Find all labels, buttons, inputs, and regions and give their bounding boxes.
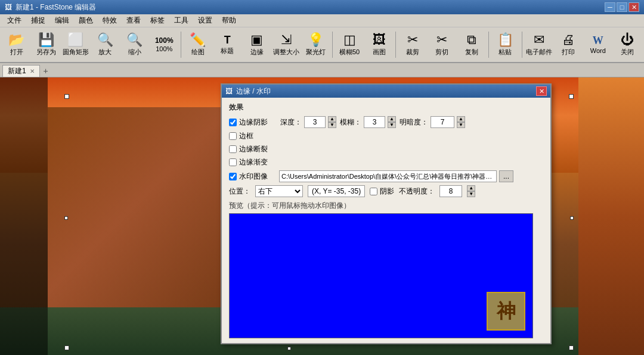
blur-down[interactable]: ▼	[388, 122, 396, 128]
close-label: 关闭	[621, 48, 634, 57]
toolbar-btn-paste[interactable]: 📋粘贴	[491, 29, 520, 60]
app-title: 新建1 - FastStone 编辑器	[16, 2, 96, 13]
edge-watermark-dialog: 🖼 边缘 / 水印 ✕ 效果 边缘阴影 深度： ▲ ▼	[221, 83, 552, 344]
position-select[interactable]: 右下 左上 正上 右上 左中 居中 右中 左下 正下	[255, 185, 303, 197]
blur50-label: 横糊50	[339, 48, 360, 57]
fade-label: 边缘渐变	[239, 157, 268, 167]
toolbar-btn-title[interactable]: T标题	[213, 29, 242, 60]
opacity-input[interactable]	[439, 185, 462, 197]
toolbar-separator-16	[488, 32, 489, 58]
darkness-input[interactable]	[431, 116, 454, 128]
crack-checkbox-group: 边缘断裂	[229, 144, 277, 154]
spotlight-icon: 💡	[308, 33, 324, 46]
maximize-button[interactable]: □	[617, 2, 627, 12]
fade-checkbox[interactable]	[229, 158, 237, 166]
menu-item-颜色[interactable]: 颜色	[74, 14, 98, 27]
draw-label: 绘图	[191, 48, 205, 57]
position-label: 位置：	[229, 186, 250, 197]
toolbar-separator-11	[332, 32, 333, 58]
preview-box[interactable]: 神	[229, 213, 533, 338]
depth-down[interactable]: ▼	[328, 122, 336, 128]
toolbar-separator-13	[395, 32, 396, 58]
watermark-path-input[interactable]	[279, 170, 497, 182]
effect-row-border: 边框	[229, 131, 543, 141]
toolbar-btn-saveas[interactable]: 💾另存为	[32, 29, 61, 60]
darkness-up[interactable]: ▲	[457, 116, 465, 122]
toolbar-btn-cut[interactable]: ✂剪切	[428, 29, 457, 60]
crop-label: 裁剪	[406, 48, 419, 57]
email-icon: ✉	[534, 33, 544, 46]
blur-up[interactable]: ▲	[388, 116, 396, 122]
minimize-button[interactable]: ─	[605, 2, 615, 12]
word-label: Word	[590, 47, 606, 54]
toolbar-btn-roundrect[interactable]: ⬜圆角矩形	[61, 29, 90, 60]
shadow-checkbox[interactable]	[229, 119, 237, 126]
depth-up[interactable]: ▲	[328, 116, 336, 122]
email-label: 电子邮件	[526, 48, 552, 57]
opacity-up[interactable]: ▲	[467, 185, 475, 191]
menu-item-编辑[interactable]: 编辑	[50, 14, 74, 27]
shadow-effect-checkbox[interactable]	[370, 188, 377, 195]
toolbar-btn-spotlight[interactable]: 💡聚光灯	[302, 29, 330, 60]
tab-close-button[interactable]: ✕	[30, 68, 35, 74]
toolbar-btn-crop[interactable]: ✂裁剪	[398, 29, 427, 60]
darkness-arrows: ▲ ▼	[457, 116, 465, 128]
title-label: 标题	[221, 46, 234, 55]
toolbar-btn-draw2[interactable]: 🖼画图	[365, 29, 394, 60]
shadow-check-label: 阴影	[380, 186, 394, 197]
toolbar-btn-copy[interactable]: ⧉复制	[457, 29, 486, 60]
zoomin-label: 放大	[98, 48, 112, 57]
toolbar-btn-close[interactable]: ⏻关闭	[614, 29, 642, 60]
corner-mark-bl	[64, 345, 69, 350]
menu-bar: 文件捕捉编辑颜色特效查看标签工具设置帮助	[0, 14, 644, 27]
title-icon: T	[224, 35, 231, 45]
menu-item-设置[interactable]: 设置	[193, 14, 217, 27]
toolbar-btn-draw[interactable]: ✏️绘图	[184, 29, 212, 60]
toolbar-btn-resize[interactable]: ⇲调整大小	[272, 29, 301, 60]
window-close-button[interactable]: ✕	[628, 2, 639, 12]
toolbar-separator-17	[522, 32, 522, 58]
toolbar-btn-blur50[interactable]: ◫横糊50	[335, 29, 364, 60]
watermark-preview[interactable]: 神	[487, 292, 525, 331]
tab-new1[interactable]: 新建1 ✕	[2, 65, 40, 77]
preview-area: 预览（提示：可用鼠标拖动水印图像） 神	[229, 201, 543, 338]
crack-label: 边缘断裂	[239, 144, 268, 154]
toolbar-btn-zoom100[interactable]: 100%100%	[150, 29, 179, 60]
dialog-close-button[interactable]: ✕	[536, 86, 547, 96]
edge-icon: ▣	[250, 33, 263, 46]
crack-checkbox[interactable]	[229, 145, 237, 153]
toolbar-btn-edge[interactable]: ▣边缘	[243, 29, 271, 60]
opacity-arrows: ▲ ▼	[467, 185, 475, 197]
menu-item-帮助[interactable]: 帮助	[217, 14, 241, 27]
toolbar-btn-print[interactable]: 🖨打印	[555, 29, 583, 60]
watermark-checkbox[interactable]	[229, 173, 237, 180]
xy-display: (X, Y= -35, -35)	[308, 185, 365, 197]
blur-arrows: ▲ ▼	[388, 116, 396, 128]
menu-item-查看[interactable]: 查看	[122, 14, 145, 27]
title-bar-controls: ─ □ ✕	[605, 2, 639, 12]
depth-input[interactable]	[304, 116, 326, 128]
menu-item-文件[interactable]: 文件	[2, 14, 26, 27]
browse-button[interactable]: ...	[499, 170, 513, 182]
menu-item-工具[interactable]: 工具	[169, 14, 193, 27]
depth-group: 深度： ▲ ▼	[280, 116, 336, 128]
open-label: 打开	[10, 48, 23, 57]
menu-item-特效[interactable]: 特效	[98, 14, 122, 27]
darkness-down[interactable]: ▼	[457, 122, 465, 128]
menu-item-捕捉[interactable]: 捕捉	[26, 14, 50, 27]
opacity-down[interactable]: ▼	[467, 191, 475, 197]
border-checkbox[interactable]	[229, 132, 237, 140]
new-tab-button[interactable]: +	[40, 65, 52, 77]
toolbar-btn-email[interactable]: ✉电子邮件	[525, 29, 553, 60]
blur-group: 模糊： ▲ ▼	[340, 116, 396, 128]
fade-checkbox-group: 边缘渐变	[229, 157, 277, 167]
blur-input[interactable]	[364, 116, 385, 128]
toolbar-btn-open[interactable]: 📂打开	[2, 29, 31, 60]
toolbar-btn-zoomout[interactable]: 🔍缩小	[120, 29, 149, 60]
toolbar-btn-word[interactable]: WWord	[584, 29, 612, 60]
close-icon: ⏻	[621, 33, 634, 46]
watermark-label: 水印图像	[239, 172, 268, 182]
menu-item-标签[interactable]: 标签	[145, 14, 169, 27]
toolbar-btn-zoomin[interactable]: 🔍放大	[91, 29, 120, 60]
roundrect-label: 圆角矩形	[63, 48, 89, 57]
